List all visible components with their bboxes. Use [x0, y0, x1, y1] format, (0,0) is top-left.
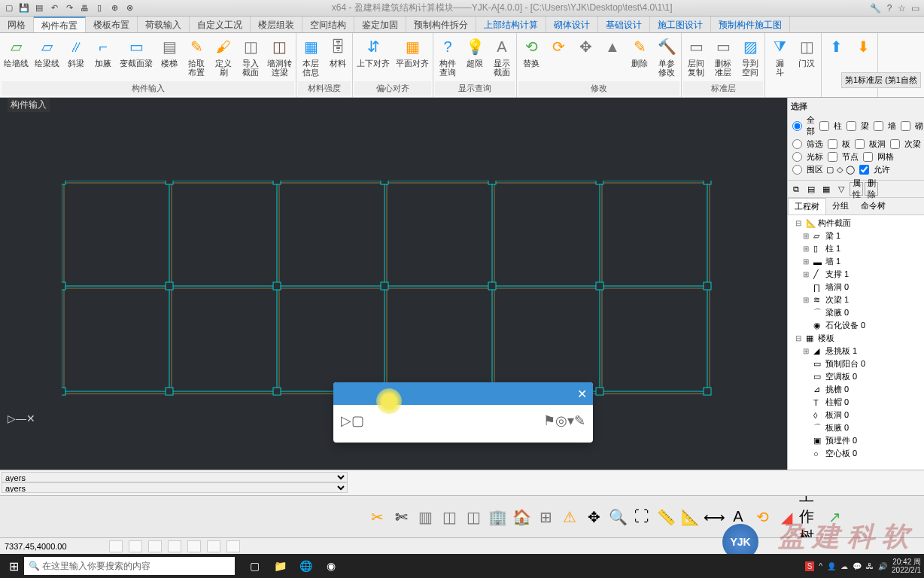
tab-基础设计[interactable]: 基础设计	[598, 17, 650, 32]
play-icon[interactable]: ▷	[341, 412, 351, 429]
bt-box1-icon[interactable]: ◫	[438, 506, 460, 528]
tree-item[interactable]: ⊞≋次梁 1	[789, 294, 922, 306]
tree-item[interactable]: ◊板洞 0	[789, 409, 922, 421]
ribbon-▲[interactable]: ▲	[600, 35, 625, 59]
ribbon-漏
斗[interactable]: ⧩漏 斗	[767, 35, 792, 78]
radio-region[interactable]	[792, 165, 802, 175]
ribbon-替换[interactable]: ⟲替换	[518, 35, 544, 69]
ribbon-⬇[interactable]: ⬇	[850, 35, 876, 59]
ribbon-绘墙线[interactable]: ▱绘墙线	[2, 35, 31, 69]
float-titlebar[interactable]: ✕	[333, 382, 593, 405]
ribbon-上下对齐[interactable]: ⇵上下对齐	[354, 35, 392, 69]
bt-workplane-icon[interactable]: 工作树	[799, 506, 822, 528]
tree-item[interactable]: ▭空调板 0	[789, 370, 922, 383]
bt-scissors-icon[interactable]: ✂	[366, 506, 388, 528]
sb-osnap[interactable]	[187, 540, 201, 552]
chk-slab[interactable]	[828, 139, 837, 149]
sb-dyn[interactable]	[226, 540, 240, 552]
sb-track[interactable]	[207, 540, 220, 552]
tray-vol-icon[interactable]: 🔊	[878, 562, 887, 570]
tree-item[interactable]: ⊞▱梁 1	[789, 230, 922, 242]
chk-q[interactable]	[901, 121, 910, 131]
ribbon-✥[interactable]: ✥	[573, 35, 598, 59]
poly-icon[interactable]: ◇	[837, 165, 843, 175]
tb-filter-icon[interactable]: ▽	[834, 182, 848, 196]
ribbon-超限[interactable]: 💡超限	[462, 35, 488, 69]
help-icon[interactable]: ?	[887, 3, 892, 14]
flag-icon[interactable]: ⚑	[543, 412, 555, 429]
new-icon[interactable]: ▢	[3, 2, 15, 14]
tool-icon[interactable]: 🔧	[870, 3, 881, 14]
tab-施工图设计[interactable]: 施工图设计	[650, 17, 711, 32]
sb-grid[interactable]	[129, 540, 142, 552]
ribbon-拾取
布置[interactable]: ✎拾取 布置	[184, 35, 209, 78]
tree-item[interactable]: T柱帽 0	[789, 396, 922, 409]
bt-section-icon[interactable]: ◢	[775, 506, 798, 528]
rp-tab-分组[interactable]: 分组	[826, 198, 855, 214]
tree-item[interactable]: ⊞▯柱 1	[789, 242, 922, 255]
chk-slabhole[interactable]	[855, 139, 865, 149]
tray-ime-icon[interactable]: S	[805, 561, 815, 571]
tab-荷载输入[interactable]: 荷载输入	[138, 17, 190, 32]
tree-item[interactable]: ◉石化设备 0	[789, 319, 922, 332]
bt-home-icon[interactable]: 🏠	[510, 506, 533, 528]
save-icon[interactable]: 💾	[18, 2, 30, 14]
ribbon-平面对齐[interactable]: ▦平面对齐	[394, 35, 431, 69]
bt-export-icon[interactable]: ↗	[823, 506, 846, 528]
ribbon-楼梯[interactable]: ▤楼梯	[157, 35, 182, 69]
ribbon-本层
信息[interactable]: ▦本层 信息	[298, 35, 324, 78]
tab-预制构件拆分[interactable]: 预制构件拆分	[406, 17, 476, 32]
ribbon-删除[interactable]: ✎删除	[627, 35, 652, 69]
chk-col[interactable]	[819, 121, 829, 131]
chk-beam[interactable]	[846, 121, 856, 131]
menu-icon[interactable]: ▭	[911, 3, 919, 14]
ribbon-删标
准层[interactable]: ▭删标 准层	[710, 35, 736, 78]
sb-polar[interactable]	[168, 540, 181, 552]
tree-item[interactable]: ⊿挑檐 0	[789, 383, 922, 396]
bt-zoom-icon[interactable]: 🔍	[606, 506, 629, 528]
bt-rotate-icon[interactable]: ⟲	[751, 506, 774, 528]
ribbon-斜梁[interactable]: ⫽斜梁	[63, 35, 89, 69]
bt-box2-icon[interactable]: ◫	[462, 506, 485, 528]
props-button[interactable]: 属性	[850, 182, 863, 196]
tree-item[interactable]: ▣预埋件 0	[789, 434, 922, 447]
print-icon[interactable]: 🖶	[78, 2, 90, 14]
ribbon-导到
空间[interactable]: ▨导到 空间	[737, 35, 763, 78]
tree-item[interactable]: ⊞▬墙 1	[789, 255, 922, 268]
explorer-icon[interactable]: 📁	[268, 555, 292, 576]
radio-all[interactable]	[792, 121, 802, 131]
bt-measure-icon[interactable]: 📐	[679, 506, 701, 528]
sb-ortho[interactable]	[148, 540, 162, 552]
pencil-icon[interactable]: ✎	[574, 412, 585, 429]
stop-icon[interactable]: ▢	[351, 412, 364, 429]
ribbon-变截面梁[interactable]: ▭变截面梁	[117, 35, 155, 69]
box-icon[interactable]: ▢	[826, 165, 834, 175]
chk-allow[interactable]	[859, 165, 869, 175]
ribbon-门汉[interactable]: ◫门汉	[794, 35, 819, 69]
sb-snap[interactable]	[109, 540, 123, 552]
undo-icon[interactable]: ↶	[48, 2, 60, 14]
add-icon[interactable]: ⊕	[108, 2, 120, 14]
tray-net-icon[interactable]: 🖧	[866, 562, 874, 570]
chk-wall[interactable]	[874, 121, 883, 131]
chk-grid[interactable]	[863, 152, 873, 162]
taskview-icon[interactable]: ▢	[242, 555, 266, 576]
start-button[interactable]: ⊞	[3, 555, 24, 576]
tray-up-icon[interactable]: ^	[819, 562, 822, 570]
close-icon[interactable]: ✕	[577, 387, 587, 401]
tab-楼层组装[interactable]: 楼层组装	[251, 17, 302, 32]
ribbon-绘梁线[interactable]: ▱绘梁线	[32, 35, 62, 69]
tree-item[interactable]: ⊞◢悬挑板 1	[789, 345, 922, 357]
bt-grid-icon[interactable]: ⊞	[534, 506, 557, 528]
ribbon-⬆[interactable]: ⬆	[823, 35, 849, 59]
tree-item[interactable]: ⌒梁腋 0	[789, 306, 922, 319]
tree-item[interactable]: ▭预制阳台 0	[789, 357, 922, 370]
tab-砌体设计[interactable]: 砌体设计	[546, 17, 598, 32]
ribbon-材料[interactable]: 🗄材料	[325, 35, 351, 69]
bt-move-icon[interactable]: ✥	[582, 506, 605, 528]
ribbon-定义
刷[interactable]: 🖌定义 刷	[211, 35, 236, 78]
rp-tab-命令树[interactable]: 命令树	[855, 198, 892, 214]
level-label[interactable]: 第1标准层 (第1自然	[841, 72, 921, 88]
tray-people-icon[interactable]: 👤	[827, 562, 836, 570]
tree-item[interactable]: ○空心板 0	[789, 447, 922, 460]
